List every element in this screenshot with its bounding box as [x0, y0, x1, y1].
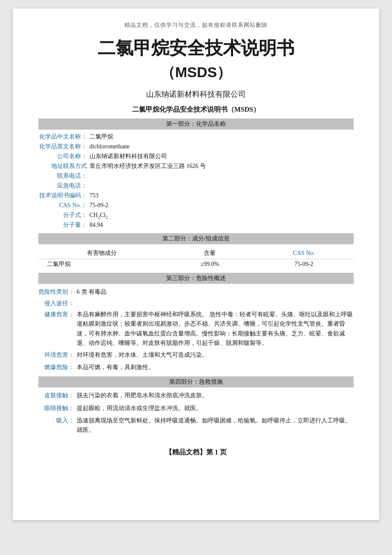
value-fire-hazard: 本品可燃，有毒，具刺激性。	[77, 363, 354, 372]
col-content: 含量	[165, 248, 254, 259]
subtitle: （MSDS）	[38, 63, 354, 82]
value-skin-contact: 脱去污染的衣着，用肥皂水和清水彻底冲洗皮肤。	[77, 391, 354, 400]
health-hazard-row: 健康危害： 本品有麻醉作用，主要损害中枢神经和呼吸系统。 急性中毒：轻者可有眩晕…	[38, 310, 354, 348]
value-formula: CH2Cl2	[89, 212, 354, 220]
label-skin-contact: 皮肤接触：	[38, 392, 77, 399]
field-tech-code: 技术说明书编码： 753	[38, 192, 354, 199]
value-company: 山东纳诺新材料科技有限公司	[89, 153, 354, 160]
env-hazard-row: 环境危害： 对环境有危害，对水体、土壤和大气可造成污染。	[38, 350, 354, 360]
label-env-hazard: 环境危害：	[38, 351, 77, 359]
field-phone: 联系电话：	[38, 172, 354, 180]
label-phone: 联系电话：	[38, 172, 89, 180]
value-inhalation: 迅速脱离现场至空气新鲜处。保持呼吸道通畅。如呼吸困难，给输氧。如呼吸停止，立即进…	[77, 416, 354, 435]
section1-header: 第一部分：化学品名称	[38, 119, 354, 130]
cell-cas-value: 75-09-2	[254, 259, 354, 270]
footer: 【精品文档】第 1 页	[38, 448, 354, 457]
doc-subtitle: 二氯甲烷化学品安全技术说明书（MSDS）	[38, 105, 354, 114]
exposure-row: 侵入途径：	[38, 300, 354, 307]
label-inhalation: 吸入：	[38, 417, 77, 425]
section2-header: 第二部分：成分/组成信息	[38, 233, 354, 244]
value-weight: 84.94	[89, 222, 354, 228]
company-name: 山东纳诺新材料科技有限公司	[38, 89, 354, 99]
value-chinese-name: 二氯甲烷	[89, 133, 354, 141]
field-formula: 分子式： CH2Cl2	[38, 211, 354, 220]
watermark: 精品文档，仅供学习与交流，如有侵权请联系网站删除	[38, 21, 354, 29]
fire-hazard-row: 燃爆危险： 本品可燃，有毒，具刺激性。	[38, 363, 354, 372]
value-health-hazard: 本品有麻醉作用，主要损害中枢神经和呼吸系统。 急性中毒：轻者可有眩晕、头痛、呕吐…	[77, 310, 354, 348]
label-weight: 分子量：	[38, 221, 89, 229]
label-health-hazard: 健康危害：	[38, 311, 77, 318]
field-address: 地址联系方式 章丘市明水经济技术开发区工业三路 1626 号	[38, 162, 354, 170]
main-title: 二氯甲烷安全技术说明书	[38, 37, 354, 60]
skin-contact-row: 皮肤接触： 脱去污染的衣着，用肥皂水和清水彻底冲洗皮肤。	[38, 391, 354, 400]
label-company: 公司名称：	[38, 153, 89, 160]
field-cas: CAS No.： 75-09-2	[38, 202, 354, 209]
col-component: 有害物成分	[38, 248, 165, 259]
label-tech-code: 技术说明书编码：	[38, 192, 89, 199]
field-chinese-name: 化学品中文名称： 二氯甲烷	[38, 133, 354, 141]
label-chinese-name: 化学品中文名称：	[38, 133, 89, 141]
cell-component: 二氯甲烷	[38, 259, 165, 270]
label-address: 地址联系方式	[38, 162, 89, 170]
label-danger-class: 危险性类别：	[38, 288, 77, 296]
value-danger-class: 6 类 有毒品	[77, 287, 354, 297]
document-page: 精品文档，仅供学习与交流，如有侵权请联系网站删除 二氯甲烷安全技术说明书 （MS…	[13, 9, 379, 520]
label-fire-hazard: 燃爆危险：	[38, 364, 77, 371]
inhalation-row: 吸入： 迅速脱离现场至空气新鲜处。保持呼吸道通畅。如呼吸困难，给输氧。如呼吸停止…	[38, 416, 354, 435]
section4-header: 第四部分：急救措施	[38, 376, 354, 387]
label-cas: CAS No.：	[38, 202, 89, 209]
danger-class-row: 危险性类别： 6 类 有毒品	[38, 287, 354, 297]
field-english-name: 化学品英文名称： dichloromethane	[38, 143, 354, 150]
col-cas: CAS No.	[254, 248, 354, 259]
composition-table: 有害物成分 含量 CAS No. 二氯甲烷 ≥99.0% 75-09-2	[38, 248, 354, 269]
cell-content: ≥99.0%	[165, 259, 254, 270]
label-emergency: 应急电话：	[38, 182, 89, 190]
field-weight: 分子量： 84.94	[38, 221, 354, 229]
eye-contact-row: 眼睛接触： 提起眼睑，用流动清水或生理盐水冲洗。就医。	[38, 404, 354, 413]
value-address: 章丘市明水经济技术开发区工业三路 1626 号	[89, 162, 354, 170]
label-exposure: 侵入途径：	[38, 300, 77, 307]
label-formula: 分子式：	[38, 211, 89, 219]
label-eye-contact: 眼睛接触：	[38, 405, 77, 412]
field-emergency: 应急电话：	[38, 182, 354, 190]
value-eye-contact: 提起眼睑，用流动清水或生理盐水冲洗。就医。	[77, 404, 354, 413]
value-tech-code: 753	[89, 192, 354, 199]
field-company: 公司名称： 山东纳诺新材料科技有限公司	[38, 153, 354, 160]
danger-section: 危险性类别： 6 类 有毒品 侵入途径： 健康危害： 本品有麻醉作用，主要损害中…	[38, 287, 354, 372]
value-english-name: dichloromethane	[89, 143, 354, 150]
first-aid-section: 皮肤接触： 脱去污染的衣着，用肥皂水和清水彻底冲洗皮肤。 眼睛接触： 提起眼睑，…	[38, 391, 354, 435]
table-row: 二氯甲烷 ≥99.0% 75-09-2	[38, 259, 354, 270]
value-env-hazard: 对环境有危害，对水体、土壤和大气可造成污染。	[77, 350, 354, 360]
value-cas: 75-09-2	[89, 202, 354, 209]
section3-header: 第三部分：危险性概述	[38, 273, 354, 284]
label-english-name: 化学品英文名称：	[38, 143, 89, 150]
